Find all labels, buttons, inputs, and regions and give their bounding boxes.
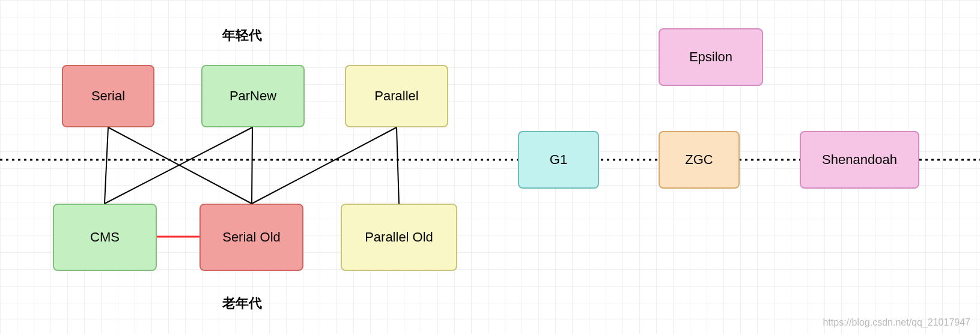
node-g1: G1 <box>518 131 599 189</box>
node-epsilon: Epsilon <box>659 28 763 86</box>
node-zgc: ZGC <box>659 131 740 189</box>
node-serial-old: Serial Old <box>199 204 303 271</box>
node-serial: Serial <box>62 65 154 127</box>
watermark-text: https://blog.csdn.net/qq_21017947 <box>823 317 970 328</box>
label-old-gen: 老年代 <box>222 294 262 312</box>
node-parallel: Parallel <box>345 65 448 127</box>
node-cms: CMS <box>53 204 157 271</box>
node-shenandoah: Shenandoah <box>800 131 919 189</box>
node-parnew: ParNew <box>201 65 305 127</box>
diagram-canvas: 年轻代 Serial ParNew Parallel CMS Serial Ol… <box>0 0 980 334</box>
node-parallel-old: Parallel Old <box>341 204 457 271</box>
label-young-gen: 年轻代 <box>222 26 262 44</box>
